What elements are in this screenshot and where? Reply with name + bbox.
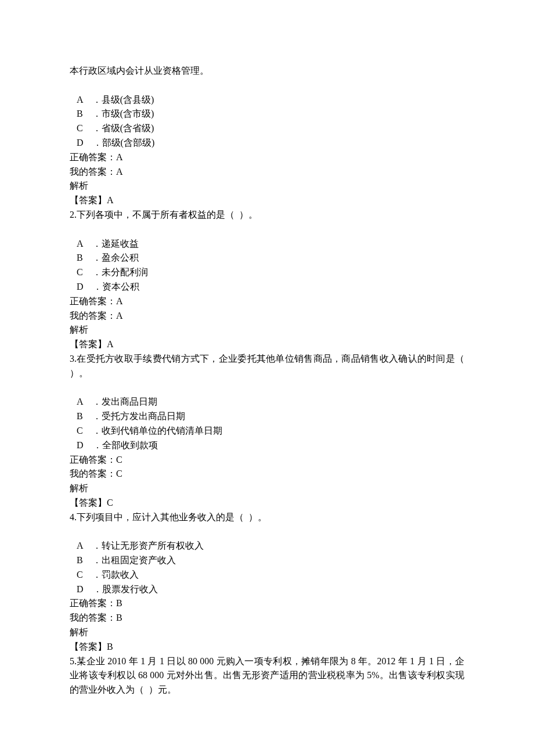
q4-stem: 4.下列项目中，应计入其他业务收入的是（ ）。	[70, 510, 464, 525]
q3-correct-answer: 正确答案：C	[70, 453, 464, 467]
q2-stem: 2.下列各项中，不属于所有者权益的是（ ）。	[70, 208, 464, 222]
blank-line	[70, 78, 464, 93]
q4-option-b: B ．出租固定资产收入	[70, 553, 464, 568]
q2-option-d: D ．资本公积	[70, 280, 464, 294]
correct-value: A	[116, 296, 123, 306]
mine-value: B	[116, 613, 122, 622]
q3-option-c: C ．收到代销单位的代销清单日期	[70, 424, 464, 438]
blank-line	[70, 525, 464, 539]
q3-option-d: D ．全部收到款项	[70, 438, 464, 453]
q4-option-c: C ．罚款收入	[70, 568, 464, 582]
q4-option-d: D ．股票发行收入	[70, 582, 464, 597]
correct-label: 正确答案：	[70, 455, 116, 465]
answer-value: A	[107, 339, 114, 349]
q4-option-a: A ．转让无形资产所有权收入	[70, 539, 464, 553]
mine-value: A	[116, 167, 123, 177]
q2-answer-line: 【答案】A	[70, 337, 464, 352]
q2-my-answer: 我的答案：A	[70, 309, 464, 323]
q1-correct-answer: 正确答案：A	[70, 150, 464, 165]
q3-option-a: A ．发出商品日期	[70, 395, 464, 409]
q3-answer-line: 【答案】C	[70, 496, 464, 510]
blank-line	[70, 222, 464, 237]
q5-stem: 5.某企业 2010 年 1 月 1 日以 80 000 元购入一项专利权，摊销…	[70, 654, 464, 697]
correct-label: 正确答案：	[70, 296, 116, 306]
q4-jiexi: 解析	[70, 625, 464, 640]
mine-label: 我的答案：	[70, 613, 116, 622]
answer-label: 【答案】	[70, 195, 107, 205]
document-page: 本行政区域内会计从业资格管理。 A ．县级(含县级) B ．市级(含市级) C …	[0, 0, 534, 756]
q3-jiexi: 解析	[70, 481, 464, 496]
correct-label: 正确答案：	[70, 598, 116, 608]
q3-my-answer: 我的答案：C	[70, 467, 464, 481]
q2-jiexi: 解析	[70, 323, 464, 337]
correct-value: C	[116, 455, 122, 465]
q2-option-a: A ．递延收益	[70, 237, 464, 251]
q4-answer-line: 【答案】B	[70, 640, 464, 654]
intro-line: 本行政区域内会计从业资格管理。	[70, 64, 464, 78]
answer-label: 【答案】	[70, 339, 107, 349]
q3-option-b: B ．受托方发出商品日期	[70, 409, 464, 424]
q2-correct-answer: 正确答案：A	[70, 294, 464, 309]
answer-value: A	[107, 195, 114, 205]
q1-option-c: C ．省级(含省级)	[70, 121, 464, 136]
q4-correct-answer: 正确答案：B	[70, 596, 464, 611]
blank-line	[70, 381, 464, 395]
answer-value: B	[107, 642, 113, 651]
mine-value: C	[116, 469, 122, 478]
mine-value: A	[116, 311, 123, 321]
answer-value: C	[107, 498, 113, 507]
mine-label: 我的答案：	[70, 311, 116, 321]
q1-my-answer: 我的答案：A	[70, 165, 464, 179]
q1-option-b: B ．市级(含市级)	[70, 107, 464, 121]
q2-option-b: B ．盈余公积	[70, 251, 464, 265]
correct-value: A	[116, 152, 123, 162]
correct-label: 正确答案：	[70, 152, 116, 162]
answer-label: 【答案】	[70, 642, 107, 651]
q3-stem: 3.在受托方收取手续费代销方式下，企业委托其他单位销售商品，商品销售收入确认的时…	[70, 352, 464, 381]
q2-option-c: C ．未分配利润	[70, 265, 464, 280]
answer-label: 【答案】	[70, 498, 107, 507]
mine-label: 我的答案：	[70, 469, 116, 478]
q1-option-a: A ．县级(含县级)	[70, 93, 464, 107]
q4-my-answer: 我的答案：B	[70, 611, 464, 625]
correct-value: B	[116, 598, 122, 608]
q1-option-d: D ．部级(含部级)	[70, 136, 464, 150]
q1-jiexi: 解析	[70, 179, 464, 193]
mine-label: 我的答案：	[70, 167, 116, 177]
q1-answer-line: 【答案】A	[70, 193, 464, 208]
